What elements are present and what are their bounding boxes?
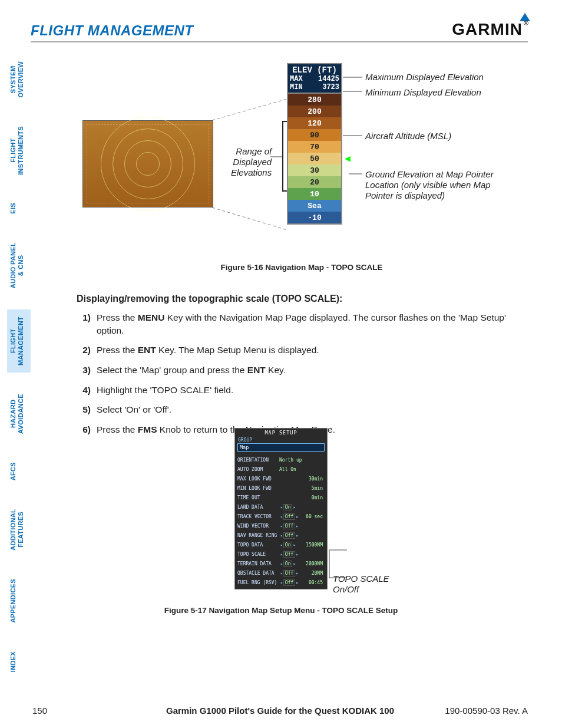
footer-revision: 190-00590-03 Rev. A <box>445 706 528 716</box>
setup-row-value: ◂Off▸ <box>277 570 302 577</box>
garmin-logo: GARMIN® <box>452 20 528 39</box>
setup-row-label: TOPO SCALE <box>237 552 277 557</box>
setup-row-label: MIN LOOK FWD <box>237 486 277 491</box>
setup-row: WIND VECTOR◂Off▸ <box>237 521 325 531</box>
step-text: Highlight the 'TOPO SCALE' field. <box>97 384 233 397</box>
scale-cell: 280 <box>288 94 341 106</box>
setup-title: MAP SETUP <box>235 429 327 437</box>
side-tab[interactable]: FLIGHT INSTRUMENTS <box>7 119 31 182</box>
setup-group-label: GROUP <box>238 437 327 443</box>
setup-row: NAV RANGE RING◂Off▸ <box>237 531 325 540</box>
setup-row-label: TERRAIN DATA <box>237 561 277 566</box>
header-rule <box>31 41 528 42</box>
elev-header: ELEV (FT) MAX14425 MIN3723 <box>287 63 342 94</box>
figure-5-16-caption: Figure 5-16 Navigation Map - TOPO SCALE <box>220 263 382 272</box>
setup-row: LAND DATA◂On▸ <box>237 502 325 512</box>
setup-row-label: TRACK VECTOR <box>237 514 277 519</box>
scale-cell: 20 <box>288 176 341 188</box>
scale-cell: 90 <box>288 129 341 141</box>
setup-row-value: ◂Off▸ <box>277 523 302 529</box>
procedure-heading: Displaying/removing the topographic scal… <box>77 294 527 304</box>
setup-row-label: TIME OUT <box>237 495 277 500</box>
side-tab[interactable]: AUDIO PANEL & CNS <box>7 235 31 295</box>
figure-5-17: MAP SETUP GROUP Map ORIENTATIONNorth upA… <box>0 428 562 608</box>
setup-row-label: OBSTACLE DATA <box>237 571 277 576</box>
setup-row-value: ◂Off▸ <box>277 513 302 520</box>
procedure-steps: 1)Press the MENU Key with the Navigation… <box>77 311 527 436</box>
setup-rows: ORIENTATIONNorth upAUTO ZOOMAll On MAX L… <box>237 455 325 587</box>
side-tab[interactable]: EIS <box>7 196 31 221</box>
setup-row-value: All On <box>277 467 302 472</box>
pointer-arrow-icon: ◀ <box>345 153 351 164</box>
page-number: 150 <box>32 706 47 716</box>
setup-row-extra: 2000NM <box>302 561 325 566</box>
scale-body: 280200120907050◀302010Sea-10 <box>287 94 342 225</box>
setup-row-value: ◂Off▸ <box>277 579 302 586</box>
step-text: Press the ENT Key. The Map Setup Menu is… <box>97 344 319 357</box>
scale-cell: 200 <box>288 106 341 117</box>
elev-max-value: 14425 <box>318 75 339 83</box>
step-number: 5) <box>77 403 91 416</box>
step-number: 4) <box>77 384 91 397</box>
setup-row-label: ORIENTATION <box>237 457 277 463</box>
setup-row: MAX LOOK FWD30min <box>237 474 325 483</box>
setup-row-extra: 60 sec <box>302 514 325 519</box>
setup-row: TOPO DATA◂On▸1500NM <box>237 540 325 549</box>
setup-row-value: ◂Off▸ <box>277 551 302 558</box>
step-number: 3) <box>77 364 91 377</box>
step-text: Select the 'Map' group and press the ENT… <box>97 364 286 377</box>
elev-title: ELEV (FT) <box>290 65 339 75</box>
svg-line-1 <box>212 207 287 230</box>
step-number: 2) <box>77 344 91 357</box>
side-tab[interactable]: SYSTEM OVERVIEW <box>7 54 31 105</box>
setup-row-label: LAND DATA <box>237 505 277 510</box>
setup-group-value: Map <box>237 443 325 452</box>
setup-row-extra: 1500NM <box>302 542 325 548</box>
side-tab[interactable]: INDEX <box>7 644 31 679</box>
scale-cell: -10 <box>288 212 341 223</box>
setup-row-label: TOPO DATA <box>237 542 277 548</box>
logo-text: GARMIN <box>452 20 523 38</box>
figure-5-16: ELEV (FT) MAX14425 MIN3723 2802001209070… <box>77 59 527 265</box>
scale-cell: 30 <box>288 164 341 176</box>
page-footer: 150 Garmin G1000 Pilot's Guide for the Q… <box>32 706 528 716</box>
scale-cell: 50◀ <box>288 153 341 164</box>
setup-row: MIN LOOK FWD5min <box>237 483 325 493</box>
scale-cell: 10 <box>288 188 341 200</box>
setup-row-value: ◂Off▸ <box>277 532 302 539</box>
procedure-step: 4)Highlight the 'TOPO SCALE' field. <box>77 384 527 397</box>
footer-title: Garmin G1000 Pilot's Guide for the Quest… <box>166 706 394 716</box>
topo-scale-strip: ELEV (FT) MAX14425 MIN3723 2802001209070… <box>287 63 342 225</box>
scale-cell: Sea <box>288 200 341 212</box>
setup-row-extra: 0min <box>302 495 325 500</box>
setup-row: FUEL RNG (RSV)◂Off▸00:45 <box>237 578 325 587</box>
callout-aircraft-alt: Aircraft Altitude (MSL) <box>365 131 451 141</box>
callout-topo-scale-onoff: TOPO SCALE On/Off <box>333 574 389 595</box>
side-tab[interactable]: FLIGHT MANAGEMENT <box>7 309 31 373</box>
setup-row-label: WIND VECTOR <box>237 523 277 529</box>
section-title: FLIGHT MANAGEMENT <box>31 22 193 39</box>
callout-pointer: Ground Elevation at Map Pointer Location… <box>365 169 518 201</box>
callout-max-elev: Maximum Displayed Elevation <box>365 72 484 83</box>
callout-min-elev: Minimum Displayed Elevation <box>365 87 481 98</box>
setup-row-value: ◂On▸ <box>277 504 302 510</box>
figure-5-17-caption: Figure 5-17 Navigation Map Setup Menu - … <box>0 606 562 615</box>
setup-row-extra: 30min <box>302 476 325 482</box>
callout-range: Range of Displayed Elevations <box>231 146 272 178</box>
scale-cell: 70 <box>288 141 341 153</box>
scale-cell: 120 <box>288 117 341 129</box>
procedure-step: 5)Select 'On' or 'Off'. <box>77 403 527 416</box>
setup-row-label: AUTO ZOOM <box>237 467 277 472</box>
setup-row: ORIENTATIONNorth up <box>237 455 325 465</box>
setup-row-value: North up <box>277 457 302 463</box>
svg-line-0 <box>212 99 287 120</box>
procedure-step: 1)Press the MENU Key with the Navigation… <box>77 311 527 337</box>
setup-row: TIME OUT0min <box>237 493 325 502</box>
step-text: Press the MENU Key with the Navigation M… <box>97 311 527 337</box>
elev-min-label: MIN <box>290 83 303 91</box>
setup-row: OBSTACLE DATA◂Off▸20NM <box>237 568 325 578</box>
elev-max-label: MAX <box>290 75 303 83</box>
procedure-step: 2)Press the ENT Key. The Map Setup Menu … <box>77 344 527 357</box>
map-setup-panel: MAP SETUP GROUP Map ORIENTATIONNorth upA… <box>234 428 328 589</box>
setup-row: TOPO SCALE◂Off▸ <box>237 549 325 559</box>
